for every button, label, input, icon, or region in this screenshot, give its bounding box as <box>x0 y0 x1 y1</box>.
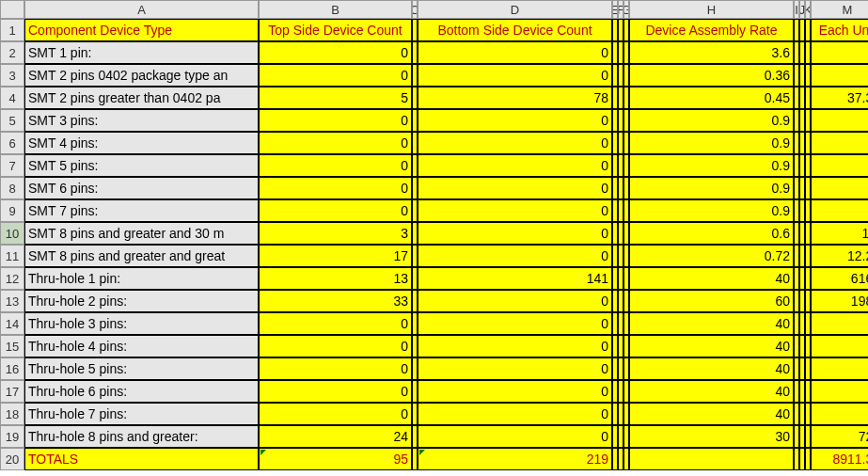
cell-H1[interactable]: Device Assembly Rate <box>629 19 794 41</box>
row-header-3[interactable]: 3 <box>0 64 24 87</box>
cell-B4[interactable]: 5 <box>259 87 412 109</box>
row-header-17[interactable]: 17 <box>0 380 24 403</box>
cell-A11[interactable]: SMT 8 pins and greater and great <box>24 245 259 267</box>
cell-B15[interactable]: 0 <box>259 335 412 357</box>
cell-B5[interactable]: 0 <box>259 109 412 132</box>
cell-A18[interactable]: Thru-hole 7 pins: <box>24 403 259 425</box>
cell-H18[interactable]: 40 <box>629 403 794 425</box>
cell-D17[interactable]: 0 <box>418 380 612 403</box>
cell-H4[interactable]: 0.45 <box>629 87 794 109</box>
cell-M8[interactable]: 0 <box>811 177 868 199</box>
cell-D14[interactable]: 0 <box>418 312 612 335</box>
cell-B19[interactable]: 24 <box>259 425 412 448</box>
cell-D6[interactable]: 0 <box>418 132 612 154</box>
cell-D5[interactable]: 0 <box>418 109 612 132</box>
cell-M17[interactable]: 0 <box>811 380 868 403</box>
cell-M6[interactable]: 0 <box>811 132 868 154</box>
cell-M18[interactable]: 0 <box>811 403 868 425</box>
cell-M15[interactable]: 0 <box>811 335 868 357</box>
col-header-M[interactable]: M <box>811 0 868 19</box>
cell-A1[interactable]: Component Device Type <box>24 19 259 41</box>
cell-B11[interactable]: 17 <box>259 245 412 267</box>
row-header-7[interactable]: 7 <box>0 154 24 177</box>
cell-D18[interactable]: 0 <box>418 403 612 425</box>
cell-B3[interactable]: 0 <box>259 64 412 87</box>
col-header-H[interactable]: H <box>629 0 794 19</box>
cell-A4[interactable]: SMT 2 pins greater than 0402 pa <box>24 87 259 109</box>
row-header-19[interactable]: 19 <box>0 425 24 448</box>
cell-D9[interactable]: 0 <box>418 199 612 222</box>
cell-M16[interactable]: 0 <box>811 357 868 380</box>
cell-H13[interactable]: 60 <box>629 290 794 312</box>
cell-B16[interactable]: 0 <box>259 357 412 380</box>
cell-M13[interactable]: 1980 <box>811 290 868 312</box>
cell-B18[interactable]: 0 <box>259 403 412 425</box>
row-header-12[interactable]: 12 <box>0 267 24 290</box>
cell-D11[interactable]: 0 <box>418 245 612 267</box>
cell-B10[interactable]: 3 <box>259 222 412 245</box>
cell-M12[interactable]: 6160 <box>811 267 868 290</box>
cell-A10[interactable]: SMT 8 pins and greater and 30 m <box>24 222 259 245</box>
cell-M11[interactable]: 12.24 <box>811 245 868 267</box>
cell-M5[interactable]: 0 <box>811 109 868 132</box>
cell-D15[interactable]: 0 <box>418 335 612 357</box>
spreadsheet-grid[interactable]: ABCDEFGHIJKM1Component Device TypeTop Si… <box>0 0 868 470</box>
cell-B7[interactable]: 0 <box>259 154 412 177</box>
cell-A14[interactable]: Thru-hole 3 pins: <box>24 312 259 335</box>
row-header-14[interactable]: 14 <box>0 312 24 335</box>
row-header-11[interactable]: 11 <box>0 245 24 267</box>
row-header-4[interactable]: 4 <box>0 87 24 109</box>
row-header-9[interactable]: 9 <box>0 199 24 222</box>
cell-A15[interactable]: Thru-hole 4 pins: <box>24 335 259 357</box>
cell-D16[interactable]: 0 <box>418 357 612 380</box>
row-header-1[interactable]: 1 <box>0 19 24 41</box>
cell-D20[interactable]: 219 <box>418 448 612 470</box>
cell-A5[interactable]: SMT 3 pins: <box>24 109 259 132</box>
cell-D8[interactable]: 0 <box>418 177 612 199</box>
cell-B2[interactable]: 0 <box>259 41 412 64</box>
cell-M1[interactable]: Each Unit <box>811 19 868 41</box>
row-header-15[interactable]: 15 <box>0 335 24 357</box>
cell-B1[interactable]: Top Side Device Count <box>259 19 412 41</box>
cell-B17[interactable]: 0 <box>259 380 412 403</box>
col-header-D[interactable]: D <box>418 0 612 19</box>
cell-A20[interactable]: TOTALS <box>24 448 259 470</box>
cell-A12[interactable]: Thru-hole 1 pin: <box>24 267 259 290</box>
cell-H9[interactable]: 0.9 <box>629 199 794 222</box>
cell-H17[interactable]: 40 <box>629 380 794 403</box>
select-all-corner[interactable] <box>0 0 24 19</box>
cell-H5[interactable]: 0.9 <box>629 109 794 132</box>
row-header-10[interactable]: 10 <box>0 222 24 245</box>
cell-H2[interactable]: 3.6 <box>629 41 794 64</box>
col-header-A[interactable]: A <box>24 0 259 19</box>
cell-D12[interactable]: 141 <box>418 267 612 290</box>
cell-D10[interactable]: 0 <box>418 222 612 245</box>
cell-H15[interactable]: 40 <box>629 335 794 357</box>
cell-H19[interactable]: 30 <box>629 425 794 448</box>
cell-H10[interactable]: 0.6 <box>629 222 794 245</box>
row-header-16[interactable]: 16 <box>0 357 24 380</box>
cell-B13[interactable]: 33 <box>259 290 412 312</box>
row-header-20[interactable]: 20 <box>0 448 24 470</box>
cell-D2[interactable]: 0 <box>418 41 612 64</box>
cell-A6[interactable]: SMT 4 pins: <box>24 132 259 154</box>
cell-H7[interactable]: 0.9 <box>629 154 794 177</box>
cell-H3[interactable]: 0.36 <box>629 64 794 87</box>
cell-A19[interactable]: Thru-hole 8 pins and greater: <box>24 425 259 448</box>
cell-H16[interactable]: 40 <box>629 357 794 380</box>
cell-H20[interactable] <box>629 448 794 470</box>
cell-A7[interactable]: SMT 5 pins: <box>24 154 259 177</box>
row-header-18[interactable]: 18 <box>0 403 24 425</box>
cell-M2[interactable]: 0 <box>811 41 868 64</box>
cell-A2[interactable]: SMT 1 pin: <box>24 41 259 64</box>
cell-H12[interactable]: 40 <box>629 267 794 290</box>
cell-B20[interactable]: 95 <box>259 448 412 470</box>
cell-A9[interactable]: SMT 7 pins: <box>24 199 259 222</box>
row-header-6[interactable]: 6 <box>0 132 24 154</box>
cell-D4[interactable]: 78 <box>418 87 612 109</box>
cell-M19[interactable]: 720 <box>811 425 868 448</box>
cell-A3[interactable]: SMT 2 pins 0402 package type an <box>24 64 259 87</box>
cell-D3[interactable]: 0 <box>418 64 612 87</box>
cell-B9[interactable]: 0 <box>259 199 412 222</box>
cell-D7[interactable]: 0 <box>418 154 612 177</box>
